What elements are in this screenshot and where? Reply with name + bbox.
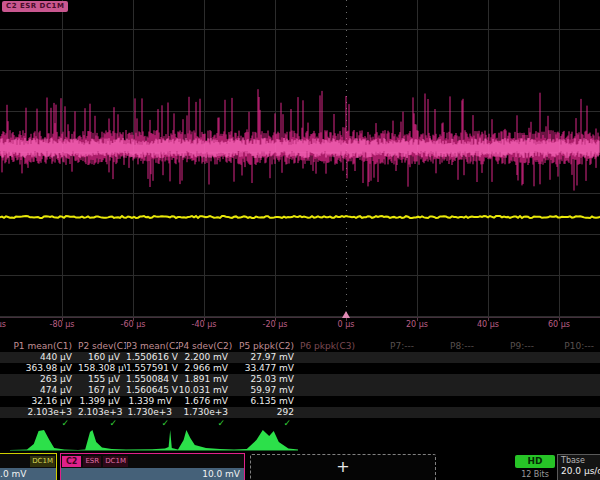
measure-cell: 1.550616 V [126,352,178,363]
measure-column-header[interactable]: P6 pkpk(C3) [300,340,360,352]
measure-column-header[interactable]: P8:--- [420,340,480,352]
measure-cell: 155 µV [78,374,126,385]
time-axis-tick [417,318,418,321]
add-trace-button[interactable]: + [250,454,436,480]
measure-cell: 1.339 mV [126,396,178,407]
time-axis-tick [559,318,560,321]
measure-column-header[interactable]: P9:--- [480,340,540,352]
measure-cell [480,374,540,385]
measure-column-header[interactable]: P1 mean(C1) [0,340,78,352]
measure-cell: 1.399 µV [78,396,126,407]
time-axis-tick [275,318,276,321]
measure-column-header[interactable]: P5 pkpk(C2) [234,340,300,352]
measure-cell [540,385,600,396]
time-axis-tick [346,318,347,321]
time-axis-label: 40 µs [456,320,520,329]
measure-cell [480,396,540,407]
time-axis-label: -60 µs [101,320,165,329]
time-axis-label: 20 µs [385,320,449,329]
c2-coupling-badge: DC1M [103,456,128,467]
measure-cell: 292 [234,407,300,418]
measure-histicon[interactable] [78,428,126,452]
measure-cell [420,352,480,363]
trigger-position-marker[interactable] [342,311,350,318]
measure-cell [540,363,600,374]
measure-cell [420,385,480,396]
measure-cell [300,363,360,374]
time-axis-label: 0 µs [314,320,378,329]
measure-status-check [360,418,420,429]
measure-status-check [540,418,600,429]
measure-cell: 33.477 mV [234,363,300,374]
c1-coupling-badge: DC1M [30,456,55,467]
measure-cell: 6.135 mV [234,396,300,407]
time-axis-tick [133,318,134,321]
measure-cell: 158.308 µV [78,363,126,374]
measure-cell: 59.97 mV [234,385,300,396]
measure-histicon[interactable] [10,428,78,452]
measure-cell: 27.97 mV [234,352,300,363]
measure-column-header[interactable]: P3 mean(C2) [126,340,178,352]
measure-column-header[interactable]: P2 sdev(C1) [78,340,126,352]
c1-descriptor[interactable]: DC1M 10.0 mV [0,453,57,480]
measure-cell: 1.557591 V [126,363,178,374]
measure-cell: 1.550084 V [126,374,178,385]
measure-status-check [300,418,360,429]
measure-cell [420,374,480,385]
measure-cell: 32.16 µV [0,396,78,407]
measure-cell [480,352,540,363]
measure-cell: 25.03 mV [234,374,300,385]
waveform-grid [0,0,600,318]
c2-label: C2 [62,456,81,467]
measure-cell: 1.676 mV [178,396,234,407]
time-axis-label: -20 µs [243,320,307,329]
hd-mode-badge[interactable]: HD [515,455,555,468]
measure-cell: 2.200 mV [178,352,234,363]
measure-column-header[interactable]: P4 sdev(C2) [178,340,234,352]
time-axis-label: -40 µs [172,320,236,329]
time-axis-label: -100 µs [0,320,23,329]
measure-cell: 474 µV [0,385,78,396]
histicon-distribution [234,430,298,450]
timebase-label: Tbase [558,455,600,465]
histicon-distribution [78,430,126,450]
oscilloscope-screen: C2 ESR DC1M -100 µs-80 µs-60 µs-40 µs-20… [0,0,600,480]
measure-histicon[interactable] [178,428,234,452]
measure-histicon[interactable] [234,428,298,452]
histicon-distribution [126,430,178,450]
time-axis-label: -80 µs [30,320,94,329]
measure-cell [420,396,480,407]
c2-scale: 10.0 mV [61,468,244,480]
measure-cell [300,352,360,363]
measure-cell: 1.560645 V [126,385,178,396]
measure-cell: 2.966 mV [178,363,234,374]
timebase-value: 20.0 µs/div [558,465,600,476]
measure-cell [480,407,540,418]
measure-cell [300,407,360,418]
measure-cell: 10.031 mV [178,385,234,396]
measure-cell: 1.730e+3 [178,407,234,418]
measure-cell: 440 µV [0,352,78,363]
measure-cell [420,407,480,418]
measure-cell [480,363,540,374]
measure-cell: 167 µV [78,385,126,396]
measure-cell [540,396,600,407]
measure-histicon[interactable] [126,428,178,452]
histicon-distribution [10,430,78,450]
c1-waveform-trace [0,216,600,218]
measure-cell [360,374,420,385]
measure-cell: 1.891 mV [178,374,234,385]
measure-cell: 1.730e+3 [126,407,178,418]
measure-cell [360,385,420,396]
histicon-distribution [178,430,234,450]
timebase-descriptor[interactable]: Tbase 20.0 µs/div [557,454,600,480]
measure-column-header[interactable]: P10:--- [540,340,600,352]
measure-column-header[interactable]: P7:--- [360,340,420,352]
c2-descriptor[interactable]: C2 ESR DC1M 10.0 mV [60,453,245,480]
c2-trace-badge[interactable]: C2 ESR DC1M [2,1,68,12]
c2-esr-badge: ESR [83,456,101,467]
measure-cell [360,363,420,374]
measure-cell [300,374,360,385]
measure-cell [300,385,360,396]
time-axis-tick [62,318,63,321]
